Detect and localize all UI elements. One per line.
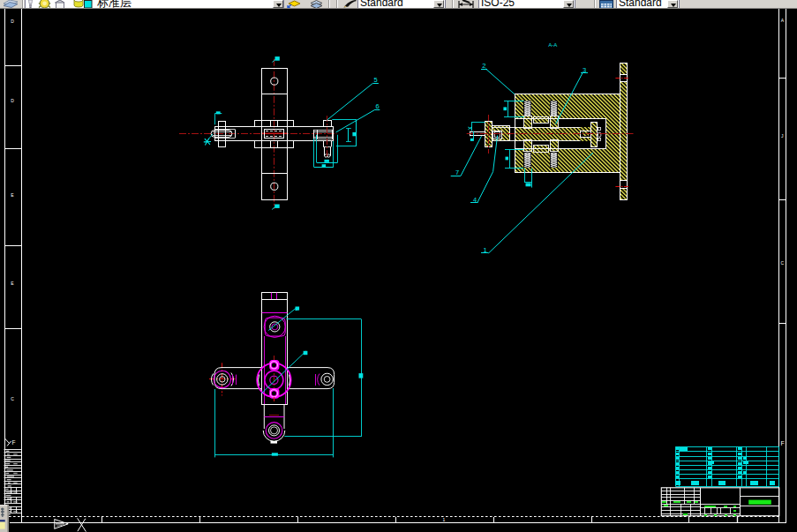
svg-text:F: F xyxy=(12,439,16,446)
svg-text:D: D xyxy=(11,19,14,24)
svg-text:D: D xyxy=(11,98,14,103)
svg-text:5: 5 xyxy=(374,76,378,84)
svg-text:1: 1 xyxy=(443,517,446,522)
svg-text:F: F xyxy=(781,440,785,446)
svg-text:7: 7 xyxy=(455,169,459,176)
svg-text:C: C xyxy=(11,396,14,401)
svg-text:C: C xyxy=(780,260,784,266)
svg-text:A-A: A-A xyxy=(548,42,557,48)
svg-text:1: 1 xyxy=(483,246,486,254)
svg-text:6: 6 xyxy=(376,102,380,110)
svg-text:2: 2 xyxy=(482,62,485,70)
